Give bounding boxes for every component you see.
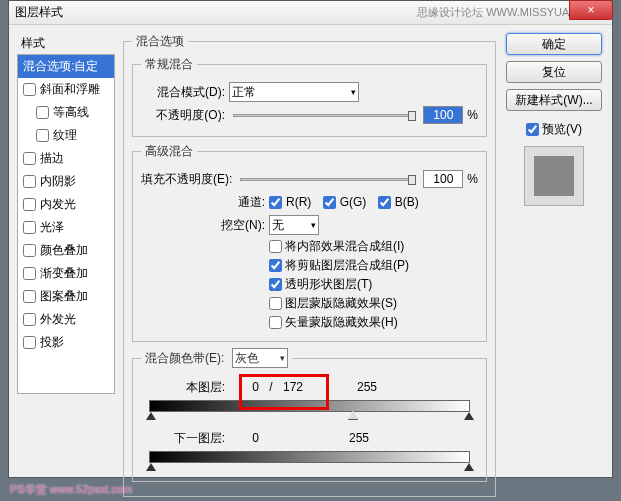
ok-button[interactable]: 确定 <box>506 33 602 55</box>
knockout-label: 挖空(N): <box>141 217 265 234</box>
style-item[interactable]: 内发光 <box>18 193 114 216</box>
blend-options-group: 混合选项 常规混合 混合模式(D): 正常▾ 不透明度(O): 100 % <box>123 33 496 497</box>
style-item[interactable]: 颜色叠加 <box>18 239 114 262</box>
channel-g-checkbox[interactable] <box>323 196 336 209</box>
style-item[interactable]: 投影 <box>18 331 114 354</box>
styles-header: 样式 <box>17 33 115 54</box>
channel-b-checkbox[interactable] <box>378 196 391 209</box>
style-item[interactable]: 混合选项:自定 <box>18 55 114 78</box>
opacity-slider[interactable] <box>233 114 415 117</box>
advanced-option-checkbox[interactable] <box>269 240 282 253</box>
style-item[interactable]: 外发光 <box>18 308 114 331</box>
advanced-option-checkbox[interactable] <box>269 297 282 310</box>
blend-if-legend: 混合颜色带(E): 灰色▾ <box>141 348 292 368</box>
watermark: PS学堂 www.52psxt.com <box>10 482 132 497</box>
style-item[interactable]: 纹理 <box>18 124 114 147</box>
this-layer-label: 本图层: <box>141 379 225 396</box>
advanced-blend-group: 高级混合 填充不透明度(E): 100 % 通道: R(R) G(G) B(B) <box>132 143 487 342</box>
opacity-unit: % <box>467 108 478 122</box>
underlying-low: 0 <box>229 431 259 445</box>
general-blend-group: 常规混合 混合模式(D): 正常▾ 不透明度(O): 100 % <box>132 56 487 137</box>
underlying-label: 下一图层: <box>141 430 225 447</box>
slider-stop-icon[interactable] <box>146 412 156 420</box>
style-item-checkbox[interactable] <box>23 175 36 188</box>
this-layer-gradient[interactable] <box>149 400 470 412</box>
style-item[interactable]: 等高线 <box>18 101 114 124</box>
chevron-down-icon: ▾ <box>311 220 316 230</box>
preview-box <box>524 146 584 206</box>
underlying-gradient[interactable] <box>149 451 470 463</box>
style-item-checkbox[interactable] <box>23 152 36 165</box>
close-button[interactable]: × <box>569 0 613 20</box>
preview-swatch <box>534 156 574 196</box>
style-item-checkbox[interactable] <box>23 313 36 326</box>
opacity-value[interactable]: 100 <box>423 106 463 124</box>
general-legend: 常规混合 <box>141 56 197 73</box>
chevron-down-icon: ▾ <box>351 87 356 97</box>
style-item-checkbox[interactable] <box>23 244 36 257</box>
style-item[interactable]: 光泽 <box>18 216 114 239</box>
blend-if-group: 混合颜色带(E): 灰色▾ 本图层: 0 / 172 255 <box>132 348 487 482</box>
slider-stop-icon[interactable] <box>146 463 156 471</box>
slider-split-stop-icon[interactable] <box>348 410 358 420</box>
blend-if-channel-select[interactable]: 灰色▾ <box>232 348 288 368</box>
underlying-max: 255 <box>349 431 369 445</box>
channels-label: 通道: <box>141 194 265 211</box>
this-layer-high: 172 <box>283 380 313 394</box>
slider-stop-icon[interactable] <box>464 463 474 471</box>
style-item[interactable]: 内阴影 <box>18 170 114 193</box>
style-item-checkbox[interactable] <box>36 106 49 119</box>
preview-checkbox[interactable] <box>526 123 539 136</box>
blend-mode-select[interactable]: 正常▾ <box>229 82 359 102</box>
blend-options-legend: 混合选项 <box>132 33 188 50</box>
channel-r-checkbox[interactable] <box>269 196 282 209</box>
this-layer-sep: / <box>263 380 279 394</box>
fill-opacity-slider[interactable] <box>240 178 415 181</box>
new-style-button[interactable]: 新建样式(W)... <box>506 89 602 111</box>
preview-label: 预览(V) <box>542 121 582 138</box>
style-item[interactable]: 斜面和浮雕 <box>18 78 114 101</box>
reset-button[interactable]: 复位 <box>506 61 602 83</box>
advanced-option-checkbox[interactable] <box>269 278 282 291</box>
style-item-checkbox[interactable] <box>23 290 36 303</box>
style-item-checkbox[interactable] <box>23 336 36 349</box>
style-item-checkbox[interactable] <box>36 129 49 142</box>
styles-list[interactable]: 混合选项:自定斜面和浮雕等高线纹理描边内阴影内发光光泽颜色叠加渐变叠加图案叠加外… <box>17 54 115 394</box>
style-item-checkbox[interactable] <box>23 83 36 96</box>
this-layer-max: 255 <box>357 380 377 394</box>
style-item-checkbox[interactable] <box>23 221 36 234</box>
style-item[interactable]: 描边 <box>18 147 114 170</box>
advanced-legend: 高级混合 <box>141 143 197 160</box>
advanced-option-checkbox[interactable] <box>269 316 282 329</box>
fill-opacity-label: 填充不透明度(E): <box>141 171 232 188</box>
opacity-label: 不透明度(O): <box>141 107 225 124</box>
style-item[interactable]: 图案叠加 <box>18 285 114 308</box>
fill-opacity-value[interactable]: 100 <box>423 170 463 188</box>
blend-mode-label: 混合模式(D): <box>141 84 225 101</box>
this-layer-low: 0 <box>229 380 259 394</box>
style-item-checkbox[interactable] <box>23 267 36 280</box>
fill-opacity-unit: % <box>467 172 478 186</box>
knockout-select[interactable]: 无▾ <box>269 215 319 235</box>
chevron-down-icon: ▾ <box>280 353 285 363</box>
style-item[interactable]: 渐变叠加 <box>18 262 114 285</box>
style-item-checkbox[interactable] <box>23 198 36 211</box>
slider-stop-icon[interactable] <box>464 412 474 420</box>
window-title: 图层样式 <box>15 4 417 21</box>
advanced-option-checkbox[interactable] <box>269 259 282 272</box>
